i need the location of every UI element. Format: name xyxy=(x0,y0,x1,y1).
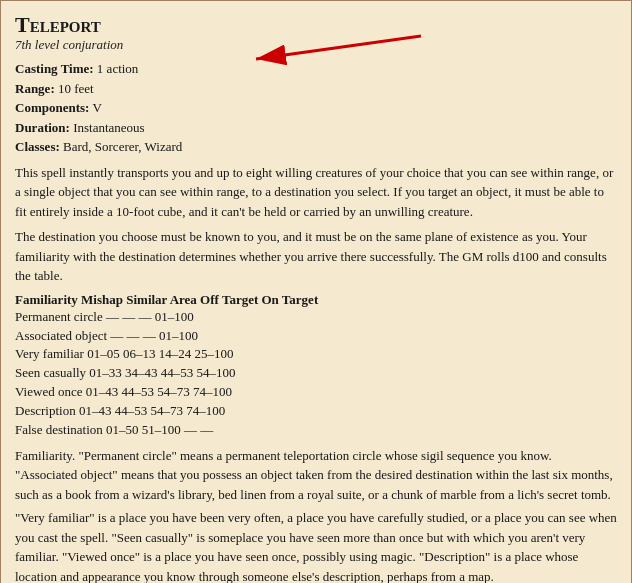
spell-desc-2: The destination you choose must be known… xyxy=(15,227,617,286)
components-label: Components: xyxy=(15,100,89,115)
spell-desc-1: This spell instantly transports you and … xyxy=(15,163,617,222)
spell-title: Teleport xyxy=(15,13,617,37)
table-row: Viewed once 01–43 44–53 54–73 74–100 xyxy=(15,383,617,402)
classes: Classes: Bard, Sorcerer, Wizard xyxy=(15,137,617,157)
table-row: Seen casually 01–33 34–43 44–53 54–100 xyxy=(15,364,617,383)
components: Components: V xyxy=(15,98,617,118)
casting-time-label: Casting Time: xyxy=(15,61,94,76)
table-row: Very familiar 01–05 06–13 14–24 25–100 xyxy=(15,345,617,364)
table-row: Description 01–43 44–53 54–73 74–100 xyxy=(15,402,617,421)
duration-label: Duration: xyxy=(15,120,70,135)
duration-value: Instantaneous xyxy=(70,120,145,135)
footnote-1: Familiarity. "Permanent circle" means a … xyxy=(15,446,617,505)
table-row: Associated object — — — 01–100 xyxy=(15,327,617,346)
casting-time: Casting Time: 1 action xyxy=(15,59,617,79)
spell-level: 7th level conjuration xyxy=(15,37,617,53)
range: Range: 10 feet xyxy=(15,79,617,99)
footnote-2: "Very familiar" is a place you have been… xyxy=(15,508,617,583)
classes-label: Classes: xyxy=(15,139,60,154)
table-row: Permanent circle — — — 01–100 xyxy=(15,308,617,327)
table-row: False destination 01–50 51–100 — — xyxy=(15,421,617,440)
casting-time-value: 1 action xyxy=(94,61,139,76)
spell-card: Teleport 7th level conjuration Casting T… xyxy=(0,0,632,583)
range-label: Range: xyxy=(15,81,55,96)
duration: Duration: Instantaneous xyxy=(15,118,617,138)
table-header: Familiarity Mishap Similar Area Off Targ… xyxy=(15,292,617,308)
classes-value: Bard, Sorcerer, Wizard xyxy=(60,139,183,154)
components-value: V xyxy=(89,100,101,115)
range-value: 10 feet xyxy=(55,81,94,96)
table-rows: Permanent circle — — — 01–100Associated … xyxy=(15,308,617,440)
